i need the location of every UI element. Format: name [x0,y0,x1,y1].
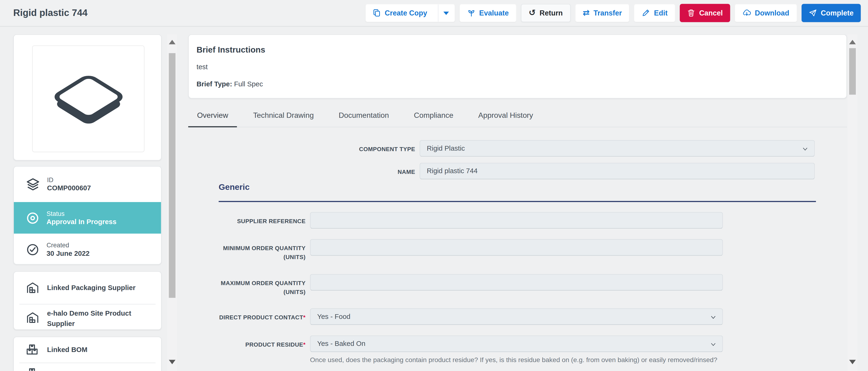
evaluate-button[interactable]: Evaluate [459,4,517,22]
product-residue-select[interactable]: Yes - Baked On [310,336,723,352]
scroll-up-icon[interactable] [169,40,175,44]
required-asterisk: * [303,314,306,320]
id-label: ID [47,177,91,183]
direct-product-contact-label: DIRECT PRODUCT CONTACT* [188,308,306,322]
detail-tabs: Overview Technical Drawing Documentation… [188,105,847,127]
max-order-qty-label: MAXIMUM ORDER QUANTITY (UNITS) [188,274,306,296]
linked-supplier-title: Linked Packaging Supplier [47,282,136,293]
chevron-down-icon [801,145,809,153]
main-scrollbar[interactable] [847,34,858,371]
created-value: 30 June 2022 [46,249,90,257]
max-order-qty-field[interactable] [310,275,722,290]
linked-supplier-card: Linked Packaging Supplier e-halo Demo Si… [13,271,162,330]
tab-compliance[interactable]: Compliance [405,105,462,127]
cancel-label: Cancel [699,9,723,17]
min-order-qty-field-wrap [310,239,723,256]
seedling-icon [467,9,475,17]
boxes-icon [26,343,40,357]
return-button[interactable]: ↺ Return [521,4,570,22]
chevron-down-icon [709,313,717,321]
component-type-value: Rigid Plastic [427,145,465,152]
name-field-wrap [420,163,815,180]
direct-product-contact-value: Yes - Food [317,313,350,320]
create-copy-menu-button[interactable] [438,4,454,22]
generic-section-title: Generic [219,182,250,191]
direct-product-contact-select[interactable]: Yes - Food [310,308,723,325]
copy-icon [373,9,381,17]
warehouse-icon [26,281,40,295]
required-asterisk: * [303,341,306,347]
supplier-reference-label: SUPPLIER REFERENCE [188,212,306,225]
sidebar-scrollbar[interactable] [167,34,177,371]
brief-type-label: Brief Type: [196,80,232,88]
transfer-arrows-icon: ⇄ [583,9,590,17]
linked-bom-title: Linked BOM [47,344,88,355]
edit-label: Edit [654,9,668,17]
tab-overview[interactable]: Overview [188,105,237,127]
page-title: Rigid plastic 744 [13,7,88,19]
complete-button[interactable]: Complete [801,4,861,22]
create-copy-label: Create Copy [385,9,427,17]
status-row: Status Approval In Progress [14,202,161,234]
min-order-qty-label: MINIMUM ORDER QUANTITY (UNITS) [188,239,306,261]
page-header: Rigid plastic 744 Create Copy [0,0,868,27]
product-residue-label: PRODUCT RESIDUE* [188,336,306,349]
generic-section-underline [219,201,816,202]
max-order-qty-field-wrap [310,274,723,291]
chevron-down-icon [709,340,717,349]
supplier-reference-field[interactable] [310,213,722,228]
component-detail-page: Rigid plastic 744 Create Copy [0,0,868,371]
component-type-label: COMPONENT TYPE [188,140,415,153]
warehouse-icon [26,310,40,325]
trash-icon [687,9,695,17]
tab-approval-history[interactable]: Approval History [469,105,542,127]
tab-documentation[interactable]: Documentation [330,105,398,127]
check-circle-icon [26,242,40,256]
layers-icon [26,177,40,192]
scroll-down-icon[interactable] [849,360,856,364]
transfer-button[interactable]: ⇄ Transfer [575,4,629,22]
linked-bom-header[interactable]: Linked BOM [14,337,161,363]
edit-button[interactable]: Edit [634,4,675,22]
scroll-down-icon[interactable] [169,360,175,364]
status-badge: Approval In Progress [46,218,116,225]
undo-icon: ↺ [529,9,536,17]
id-row: ID COMP000607 [14,166,161,202]
supplier-reference-field-wrap [310,212,723,228]
evaluate-label: Evaluate [479,9,509,17]
pencil-icon [642,9,650,17]
name-label: NAME [188,163,415,176]
status-label: Status [46,210,116,217]
product-residue-value: Yes - Baked On [317,340,365,347]
component-meta-card: ID COMP000607 Status Approval In Progres… [13,166,162,265]
brief-instructions-title: Brief Instructions [196,45,837,54]
header-actions: Create Copy Evaluate ↺ Return [365,4,861,22]
component-image-card [13,34,162,160]
linked-bom-item[interactable] [14,363,161,371]
cancel-button[interactable]: Cancel [680,4,730,22]
linked-supplier-name: e-halo Demo Site Product Supplier [47,308,147,330]
sidebar-scrollbar-thumb[interactable] [169,53,175,298]
return-label: Return [539,9,563,17]
id-value: COMP000607 [47,184,91,192]
send-icon [809,9,817,17]
linked-supplier-header: Linked Packaging Supplier [14,272,161,304]
download-button[interactable]: Download [735,4,797,22]
overview-form: COMPONENT TYPE Rigid Plastic NAME Generi… [188,127,847,371]
create-copy-button[interactable]: Create Copy [365,4,455,22]
brief-instructions-body: test [196,63,837,71]
scroll-up-icon[interactable] [849,40,856,44]
brief-instructions-card: Brief Instructions test Brief Type: Full… [188,34,847,98]
linked-supplier-item[interactable]: e-halo Demo Site Product Supplier [14,304,161,329]
brief-type-line: Brief Type: Full Spec [196,80,837,88]
created-label: Created [46,242,90,248]
component-type-select[interactable]: Rigid Plastic [420,140,815,157]
min-order-qty-field[interactable] [310,240,722,255]
name-field[interactable] [420,163,814,179]
tab-technical-drawing[interactable]: Technical Drawing [244,105,323,127]
product-residue-helper-text: Once used, does the packaging contain pr… [310,356,819,364]
brief-type-value: Full Spec [234,80,263,88]
complete-label: Complete [821,9,854,17]
main-scrollbar-thumb[interactable] [849,48,856,95]
create-copy-main[interactable]: Create Copy [366,4,434,22]
